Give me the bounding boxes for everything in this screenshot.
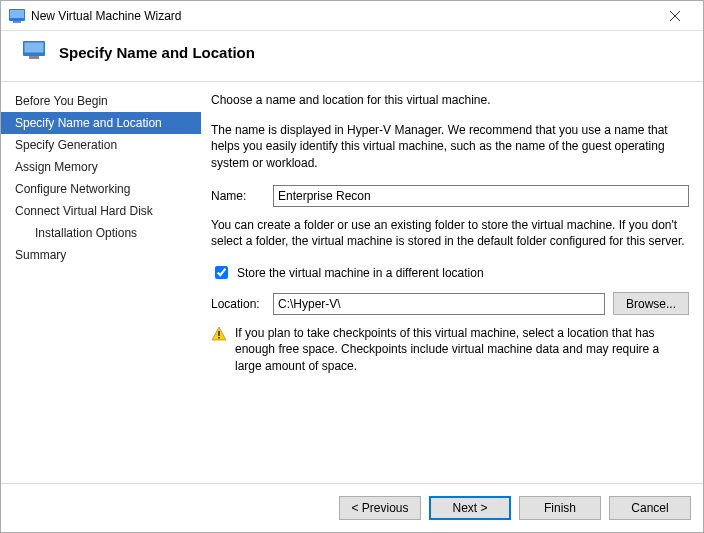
folder-help-text: You can create a folder or use an existi… <box>211 217 689 249</box>
store-checkbox-label: Store the virtual machine in a different… <box>237 265 484 281</box>
name-label: Name: <box>211 188 265 204</box>
close-button[interactable] <box>655 5 695 27</box>
warning-text: If you plan to take checkpoints of this … <box>235 325 689 374</box>
warning-row: If you plan to take checkpoints of this … <box>211 325 689 374</box>
step-assign-memory[interactable]: Assign Memory <box>1 156 201 178</box>
step-specify-generation[interactable]: Specify Generation <box>1 134 201 156</box>
location-label: Location: <box>211 296 265 312</box>
svg-rect-1 <box>10 10 24 18</box>
app-icon <box>9 8 25 24</box>
location-field[interactable] <box>273 293 605 315</box>
finish-button[interactable]: Finish <box>519 496 601 520</box>
name-help-text: The name is displayed in Hyper-V Manager… <box>211 122 689 171</box>
step-installation-options[interactable]: Installation Options <box>1 222 201 244</box>
vm-icon <box>23 41 45 63</box>
wizard-body: Before You Begin Specify Name and Locati… <box>1 82 703 483</box>
wizard-content: Choose a name and location for this virt… <box>201 82 703 483</box>
step-before-you-begin[interactable]: Before You Begin <box>1 90 201 112</box>
svg-rect-7 <box>29 56 39 59</box>
svg-rect-10 <box>218 337 220 339</box>
step-configure-networking[interactable]: Configure Networking <box>1 178 201 200</box>
titlebar: New Virtual Machine Wizard <box>1 1 703 31</box>
intro-text: Choose a name and location for this virt… <box>211 92 689 108</box>
wizard-footer: < Previous Next > Finish Cancel <box>1 483 703 532</box>
name-field[interactable] <box>273 185 689 207</box>
svg-rect-9 <box>218 331 220 336</box>
svg-rect-6 <box>25 43 44 53</box>
window-title: New Virtual Machine Wizard <box>31 9 655 23</box>
store-different-location-checkbox[interactable] <box>215 266 228 279</box>
wizard-window: New Virtual Machine Wizard Specify Name … <box>0 0 704 533</box>
store-checkbox-row: Store the virtual machine in a different… <box>211 263 689 282</box>
browse-button[interactable]: Browse... <box>613 292 689 315</box>
wizard-header: Specify Name and Location <box>1 31 703 82</box>
page-title: Specify Name and Location <box>59 44 255 61</box>
step-specify-name-location[interactable]: Specify Name and Location <box>1 112 201 134</box>
name-row: Name: <box>211 185 689 207</box>
cancel-button[interactable]: Cancel <box>609 496 691 520</box>
warning-icon <box>211 326 227 342</box>
step-summary[interactable]: Summary <box>1 244 201 266</box>
next-button[interactable]: Next > <box>429 496 511 520</box>
svg-rect-2 <box>13 21 21 23</box>
step-connect-vhd[interactable]: Connect Virtual Hard Disk <box>1 200 201 222</box>
previous-button[interactable]: < Previous <box>339 496 421 520</box>
wizard-steps-sidebar: Before You Begin Specify Name and Locati… <box>1 82 201 483</box>
location-row: Location: Browse... <box>211 292 689 315</box>
